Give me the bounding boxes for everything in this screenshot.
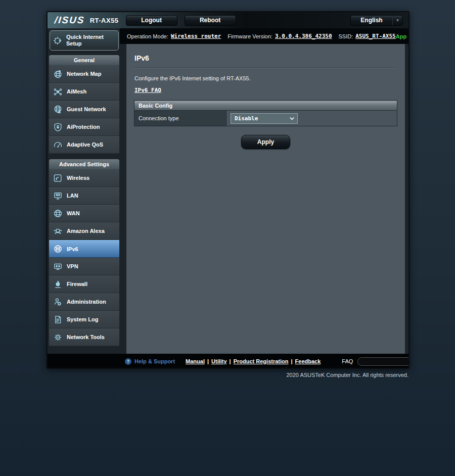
ssid-label: SSID: (339, 33, 353, 39)
operation-mode-link[interactable]: Wireless router (171, 33, 221, 39)
apply-button[interactable]: Apply (241, 135, 290, 149)
title-divider (134, 67, 397, 68)
vpn-icon (53, 261, 63, 271)
router-model: RT-AX55 (90, 17, 119, 24)
sidebar-item-wan[interactable]: WAN (49, 205, 119, 222)
utility-link[interactable]: Utility (211, 358, 227, 364)
status-bar: Operation Mode: Wireless router Firmware… (120, 28, 408, 44)
sidebar-item-label: Wireless (67, 175, 89, 181)
main-content: IPv6 Configure the IPv6 Internet setting… (126, 44, 405, 354)
link-separator: | (230, 358, 231, 364)
sidebar-item-label: AiMesh (67, 88, 86, 94)
help-support-link[interactable]: Help & Support (134, 358, 175, 364)
sidebar-item-label: LAN (67, 193, 78, 199)
manual-link[interactable]: Manual (186, 358, 205, 364)
firmware-version-link[interactable]: 3.0.0.4.386_42350 (275, 33, 332, 39)
flame-icon (53, 279, 63, 289)
section-header-general: General (49, 55, 119, 65)
link-separator: | (207, 358, 209, 364)
help-icon: ? (125, 358, 131, 365)
aimesh-icon (53, 86, 63, 97)
table-row: Connection type Disable (134, 111, 397, 126)
sidebar-item-amazon-alexa[interactable]: Amazon Alexa (49, 222, 119, 240)
sidebar-item-guest-network[interactable]: Guest Network (49, 101, 119, 118)
chevron-down-icon: ▼ (392, 16, 402, 25)
sidebar-item-network-map[interactable]: Network Map (49, 65, 119, 83)
document-icon (53, 314, 63, 324)
chevron-down-icon (289, 116, 295, 121)
sidebar-item-label: Adaptive QoS (67, 141, 103, 148)
page-description: Configure the IPv6 Internet setting of R… (134, 75, 397, 81)
connection-type-select[interactable]: Disable (231, 113, 298, 124)
asus-logo: /ISUS (54, 15, 85, 26)
sidebar-item-label: Amazon Alexa (67, 228, 105, 234)
speedometer-icon (53, 139, 63, 150)
sidebar-item-adaptive-qos[interactable]: Adaptive QoS (49, 136, 119, 154)
sidebar-item-administration[interactable]: Administration (49, 293, 119, 311)
faq-search-input[interactable] (357, 357, 410, 366)
quick-setup-icon (53, 35, 63, 45)
copyright-text: 2020 ASUSTeK Computer Inc. All rights re… (47, 372, 408, 378)
sidebar-item-wireless[interactable]: Wireless (49, 169, 119, 187)
guest-network-icon (53, 104, 63, 114)
sidebar-item-aiprotection[interactable]: AiProtection (49, 118, 119, 136)
app-link[interactable]: App (396, 33, 406, 39)
page-title: IPv6 (134, 54, 397, 62)
sidebar-item-label: Administration (67, 299, 106, 305)
feedback-link[interactable]: Feedback (295, 358, 321, 364)
ssid-link[interactable]: ASUS_RT-AX55 (355, 33, 395, 39)
sidebar: Quick Internet Setup General Network Map… (49, 28, 120, 354)
sidebar-item-ipv6[interactable]: IPv6 (49, 240, 119, 258)
reboot-button[interactable]: Reboot (185, 15, 236, 26)
logout-button[interactable]: Logout (126, 15, 177, 26)
basic-config-table: Basic Config Connection type Disable (134, 100, 397, 126)
wifi-icon (53, 173, 63, 183)
sidebar-item-label: Network Map (67, 71, 101, 77)
sidebar-item-aimesh[interactable]: AiMesh (49, 83, 119, 101)
sidebar-item-vpn[interactable]: VPN (49, 258, 119, 275)
globe-icon (53, 208, 63, 218)
shield-lock-icon (53, 122, 63, 132)
operation-mode-label: Operation Mode: (127, 33, 168, 39)
connection-type-value: Disable (235, 115, 258, 122)
footer-bar: ? Help & Support Manual | Utility | Prod… (48, 354, 408, 369)
sidebar-item-label: Firewall (67, 281, 87, 287)
sidebar-item-firewall[interactable]: Firewall (49, 275, 119, 293)
sidebar-item-label: IPv6 (67, 246, 78, 252)
link-separator: | (291, 358, 292, 364)
sidebar-item-label: System Log (67, 316, 98, 322)
language-value: English (351, 17, 392, 24)
sidebar-item-network-tools[interactable]: Network Tools (49, 328, 119, 346)
product-registration-link[interactable]: Product Registration (234, 358, 289, 364)
sidebar-item-label: Quick Internet Setup (66, 34, 116, 47)
ipv6-faq-link[interactable]: IPv6 FAQ (134, 87, 161, 93)
language-dropdown[interactable]: English ▼ (350, 15, 403, 26)
alexa-icon (53, 226, 63, 236)
section-header-advanced-settings: Advanced Settings (49, 159, 119, 169)
connection-type-label: Connection type (134, 111, 226, 126)
admin-gear-icon (53, 297, 63, 307)
sidebar-item-quick-internet-setup[interactable]: Quick Internet Setup (50, 30, 119, 51)
sidebar-item-system-log[interactable]: System Log (49, 311, 119, 328)
top-banner: /ISUS RT-AX55 Logout Reboot English ▼ (48, 12, 408, 28)
sidebar-item-label: Guest Network (67, 106, 106, 112)
network-map-icon (53, 69, 63, 79)
sidebar-item-label: VPN (67, 263, 78, 269)
sidebar-item-label: WAN (67, 210, 80, 216)
gear-icon (53, 332, 63, 342)
ipv6-icon (53, 244, 63, 254)
router-admin-window: /ISUS RT-AX55 Logout Reboot English ▼ Qu… (47, 11, 410, 369)
basic-config-header: Basic Config (134, 101, 397, 111)
sidebar-item-lan[interactable]: LAN (49, 187, 119, 205)
sidebar-item-label: Network Tools (67, 334, 105, 340)
faq-label: FAQ (342, 358, 353, 364)
lan-icon (53, 191, 63, 201)
sidebar-item-label: AiProtection (67, 124, 100, 130)
firmware-label: Firmware Version: (228, 33, 272, 39)
